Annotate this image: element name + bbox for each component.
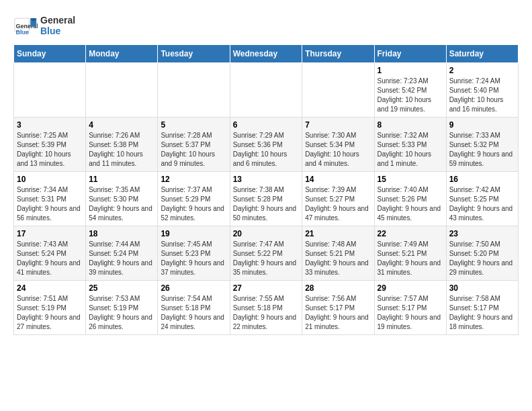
day-number: 25 (89, 283, 154, 293)
logo: General Blue General Blue (13, 13, 75, 38)
day-info: Sunrise: 7:53 AM Sunset: 5:19 PM Dayligh… (89, 294, 154, 332)
day-header-saturday: Saturday (446, 45, 518, 63)
day-info: Sunrise: 7:39 AM Sunset: 5:27 PM Dayligh… (305, 185, 371, 223)
logo-icon: General Blue (13, 13, 38, 38)
day-header-wednesday: Wednesday (230, 45, 302, 63)
calendar-cell: 30Sunrise: 7:58 AM Sunset: 5:17 PM Dayli… (446, 281, 518, 335)
calendar-cell: 11Sunrise: 7:35 AM Sunset: 5:30 PM Dayli… (86, 172, 158, 226)
calendar-cell: 12Sunrise: 7:37 AM Sunset: 5:29 PM Dayli… (158, 172, 230, 226)
day-info: Sunrise: 7:48 AM Sunset: 5:21 PM Dayligh… (305, 240, 371, 277)
calendar-cell: 20Sunrise: 7:47 AM Sunset: 5:22 PM Dayli… (230, 226, 302, 281)
svg-text:Blue: Blue (16, 29, 30, 36)
day-info: Sunrise: 7:47 AM Sunset: 5:22 PM Dayligh… (233, 240, 300, 277)
calendar-cell: 28Sunrise: 7:56 AM Sunset: 5:17 PM Dayli… (302, 281, 374, 335)
day-number: 1 (378, 66, 443, 75)
day-info: Sunrise: 7:29 AM Sunset: 5:36 PM Dayligh… (233, 131, 300, 169)
day-number: 12 (161, 175, 226, 184)
day-info: Sunrise: 7:34 AM Sunset: 5:31 PM Dayligh… (17, 185, 83, 223)
day-number: 15 (378, 175, 443, 184)
calendar-cell: 8Sunrise: 7:32 AM Sunset: 5:33 PM Daylig… (374, 118, 446, 172)
calendar-cell: 10Sunrise: 7:34 AM Sunset: 5:31 PM Dayli… (14, 172, 86, 226)
day-number: 3 (17, 120, 83, 130)
day-number: 19 (161, 229, 226, 238)
calendar-cell: 13Sunrise: 7:38 AM Sunset: 5:28 PM Dayli… (230, 172, 302, 226)
calendar-cell: 7Sunrise: 7:30 AM Sunset: 5:34 PM Daylig… (302, 118, 374, 172)
calendar-cell (14, 63, 86, 118)
calendar-cell: 19Sunrise: 7:45 AM Sunset: 5:23 PM Dayli… (158, 226, 230, 281)
day-info: Sunrise: 7:40 AM Sunset: 5:26 PM Dayligh… (378, 185, 443, 223)
calendar-cell: 24Sunrise: 7:51 AM Sunset: 5:19 PM Dayli… (14, 281, 86, 335)
day-info: Sunrise: 7:42 AM Sunset: 5:25 PM Dayligh… (449, 185, 515, 223)
day-number: 30 (449, 283, 515, 293)
day-header-sunday: Sunday (14, 45, 86, 63)
calendar-week-row: 24Sunrise: 7:51 AM Sunset: 5:19 PM Dayli… (14, 281, 519, 335)
day-header-monday: Monday (86, 45, 158, 63)
day-info: Sunrise: 7:49 AM Sunset: 5:21 PM Dayligh… (378, 240, 443, 277)
day-info: Sunrise: 7:58 AM Sunset: 5:17 PM Dayligh… (449, 294, 515, 332)
calendar-cell (158, 63, 230, 118)
calendar-cell (302, 63, 374, 118)
day-info: Sunrise: 7:30 AM Sunset: 5:34 PM Dayligh… (305, 131, 371, 169)
logo-blue: Blue (40, 26, 75, 36)
day-number: 4 (89, 120, 154, 130)
calendar-table: SundayMondayTuesdayWednesdayThursdayFrid… (13, 44, 519, 335)
calendar-cell (230, 63, 302, 118)
day-number: 21 (305, 229, 371, 238)
day-info: Sunrise: 7:55 AM Sunset: 5:18 PM Dayligh… (233, 294, 300, 332)
day-info: Sunrise: 7:28 AM Sunset: 5:37 PM Dayligh… (161, 131, 226, 169)
day-number: 27 (233, 283, 300, 293)
day-number: 7 (305, 120, 371, 130)
day-info: Sunrise: 7:24 AM Sunset: 5:40 PM Dayligh… (449, 77, 515, 114)
calendar-cell: 1Sunrise: 7:23 AM Sunset: 5:42 PM Daylig… (374, 63, 446, 118)
calendar-cell: 16Sunrise: 7:42 AM Sunset: 5:25 PM Dayli… (446, 172, 518, 226)
day-info: Sunrise: 7:26 AM Sunset: 5:38 PM Dayligh… (89, 131, 154, 169)
calendar-cell: 26Sunrise: 7:54 AM Sunset: 5:18 PM Dayli… (158, 281, 230, 335)
day-info: Sunrise: 7:56 AM Sunset: 5:17 PM Dayligh… (305, 294, 371, 332)
calendar-cell: 29Sunrise: 7:57 AM Sunset: 5:17 PM Dayli… (374, 281, 446, 335)
day-info: Sunrise: 7:37 AM Sunset: 5:29 PM Dayligh… (161, 185, 226, 223)
calendar-cell: 17Sunrise: 7:43 AM Sunset: 5:24 PM Dayli… (14, 226, 86, 281)
day-number: 11 (89, 175, 154, 184)
day-number: 5 (161, 120, 226, 130)
calendar-cell: 15Sunrise: 7:40 AM Sunset: 5:26 PM Dayli… (374, 172, 446, 226)
logo-general: General (40, 15, 75, 26)
day-info: Sunrise: 7:23 AM Sunset: 5:42 PM Dayligh… (378, 77, 443, 114)
calendar-cell: 5Sunrise: 7:28 AM Sunset: 5:37 PM Daylig… (158, 118, 230, 172)
day-number: 2 (449, 66, 515, 75)
day-number: 14 (305, 175, 371, 184)
day-number: 8 (378, 120, 443, 130)
calendar-cell: 4Sunrise: 7:26 AM Sunset: 5:38 PM Daylig… (86, 118, 158, 172)
calendar-cell: 18Sunrise: 7:44 AM Sunset: 5:24 PM Dayli… (86, 226, 158, 281)
calendar-cell: 6Sunrise: 7:29 AM Sunset: 5:36 PM Daylig… (230, 118, 302, 172)
calendar-cell: 25Sunrise: 7:53 AM Sunset: 5:19 PM Dayli… (86, 281, 158, 335)
day-header-tuesday: Tuesday (158, 45, 230, 63)
day-number: 13 (233, 175, 300, 184)
day-number: 10 (17, 175, 83, 184)
day-info: Sunrise: 7:44 AM Sunset: 5:24 PM Dayligh… (89, 240, 154, 277)
day-info: Sunrise: 7:32 AM Sunset: 5:33 PM Dayligh… (378, 131, 443, 169)
day-number: 29 (378, 283, 443, 293)
header: General Blue General Blue (13, 13, 519, 38)
day-number: 9 (449, 120, 515, 130)
calendar-week-row: 1Sunrise: 7:23 AM Sunset: 5:42 PM Daylig… (14, 63, 519, 118)
calendar-week-row: 3Sunrise: 7:25 AM Sunset: 5:39 PM Daylig… (14, 118, 519, 172)
day-info: Sunrise: 7:35 AM Sunset: 5:30 PM Dayligh… (89, 185, 154, 223)
day-info: Sunrise: 7:25 AM Sunset: 5:39 PM Dayligh… (17, 131, 83, 169)
day-info: Sunrise: 7:57 AM Sunset: 5:17 PM Dayligh… (378, 294, 443, 332)
calendar-cell: 22Sunrise: 7:49 AM Sunset: 5:21 PM Dayli… (374, 226, 446, 281)
day-header-thursday: Thursday (302, 45, 374, 63)
calendar-cell: 3Sunrise: 7:25 AM Sunset: 5:39 PM Daylig… (14, 118, 86, 172)
day-info: Sunrise: 7:51 AM Sunset: 5:19 PM Dayligh… (17, 294, 83, 332)
day-info: Sunrise: 7:54 AM Sunset: 5:18 PM Dayligh… (161, 294, 226, 332)
day-number: 28 (305, 283, 371, 293)
calendar-cell: 21Sunrise: 7:48 AM Sunset: 5:21 PM Dayli… (302, 226, 374, 281)
calendar-cell: 9Sunrise: 7:33 AM Sunset: 5:32 PM Daylig… (446, 118, 518, 172)
calendar-cell: 2Sunrise: 7:24 AM Sunset: 5:40 PM Daylig… (446, 63, 518, 118)
calendar-cell: 23Sunrise: 7:50 AM Sunset: 5:20 PM Dayli… (446, 226, 518, 281)
day-number: 6 (233, 120, 300, 130)
day-number: 17 (17, 229, 83, 238)
calendar-cell (86, 63, 158, 118)
day-info: Sunrise: 7:43 AM Sunset: 5:24 PM Dayligh… (17, 240, 83, 277)
day-number: 16 (449, 175, 515, 184)
calendar-cell: 14Sunrise: 7:39 AM Sunset: 5:27 PM Dayli… (302, 172, 374, 226)
